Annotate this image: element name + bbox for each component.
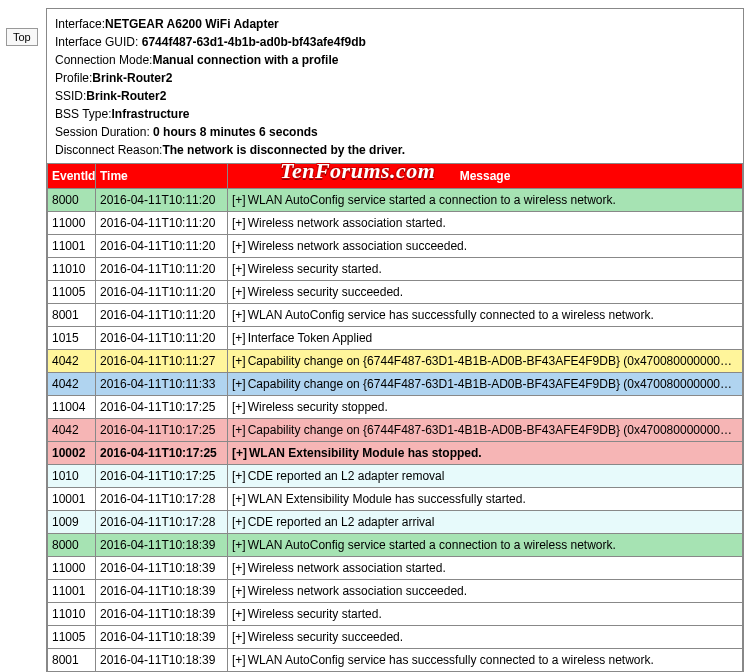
expand-icon[interactable]: [+] <box>232 285 246 299</box>
table-row[interactable]: 80012016-04-11T10:18:39[+]WLAN AutoConfi… <box>48 649 743 672</box>
event-message-text: Wireless security succeeded. <box>248 285 403 299</box>
profile-value: Brink-Router2 <box>92 71 172 85</box>
disconnect-reason-label: Disconnect Reason: <box>55 143 162 157</box>
expand-icon[interactable]: [+] <box>232 354 246 368</box>
table-row[interactable]: 80002016-04-11T10:18:39[+]WLAN AutoConfi… <box>48 534 743 557</box>
col-eventid[interactable]: EventId <box>48 164 96 189</box>
expand-icon[interactable]: [+] <box>232 308 246 322</box>
event-message-text: WLAN AutoConfig service has successfully… <box>248 308 654 322</box>
event-time: 2016-04-11T10:17:25 <box>96 442 228 465</box>
event-message: [+]Wireless security started. <box>228 258 743 281</box>
expand-icon[interactable]: [+] <box>232 607 246 621</box>
table-row[interactable]: 40422016-04-11T10:11:27[+]Capability cha… <box>48 350 743 373</box>
expand-icon[interactable]: [+] <box>232 630 246 644</box>
col-message[interactable]: Message <box>228 164 743 189</box>
event-time: 2016-04-11T10:18:39 <box>96 626 228 649</box>
info-block: Interface:NETGEAR A6200 WiFi Adapter Int… <box>47 9 743 163</box>
log-panel: Interface:NETGEAR A6200 WiFi Adapter Int… <box>46 8 744 672</box>
event-message: [+]Wireless security succeeded. <box>228 281 743 304</box>
connection-mode-label: Connection Mode: <box>55 53 152 67</box>
event-message: [+]Capability change on {6744F487-63D1-4… <box>228 419 743 442</box>
expand-icon[interactable]: [+] <box>232 446 247 460</box>
event-id: 11004 <box>48 396 96 419</box>
table-row[interactable]: 110052016-04-11T10:11:20[+]Wireless secu… <box>48 281 743 304</box>
event-message-text: Interface Token Applied <box>248 331 373 345</box>
table-row[interactable]: 100022016-04-11T10:17:25[+]WLAN Extensib… <box>48 442 743 465</box>
expand-icon[interactable]: [+] <box>232 377 246 391</box>
table-row[interactable]: 10092016-04-11T10:17:28[+]CDE reported a… <box>48 511 743 534</box>
event-id: 11010 <box>48 603 96 626</box>
expand-icon[interactable]: [+] <box>232 331 246 345</box>
event-message: [+]Wireless security stopped. <box>228 396 743 419</box>
event-time: 2016-04-11T10:18:39 <box>96 580 228 603</box>
event-id: 4042 <box>48 350 96 373</box>
disconnect-reason-value: The network is disconnected by the drive… <box>162 143 405 157</box>
connection-mode-value: Manual connection with a profile <box>152 53 338 67</box>
event-message-text: Capability change on {6744F487-63D1-4B1B… <box>248 423 743 437</box>
event-time: 2016-04-11T10:11:20 <box>96 189 228 212</box>
expand-icon[interactable]: [+] <box>232 262 246 276</box>
table-row[interactable]: 110012016-04-11T10:11:20[+]Wireless netw… <box>48 235 743 258</box>
event-id: 8001 <box>48 304 96 327</box>
event-message-text: CDE reported an L2 adapter removal <box>248 469 445 483</box>
event-id: 8000 <box>48 189 96 212</box>
event-time: 2016-04-11T10:18:39 <box>96 534 228 557</box>
table-row[interactable]: 10102016-04-11T10:17:25[+]CDE reported a… <box>48 465 743 488</box>
expand-icon[interactable]: [+] <box>232 216 246 230</box>
event-message-text: Wireless network association succeeded. <box>248 584 467 598</box>
event-id: 10002 <box>48 442 96 465</box>
event-id: 1009 <box>48 511 96 534</box>
event-message-text: Capability change on {6744F487-63D1-4B1B… <box>248 377 743 391</box>
event-time: 2016-04-11T10:11:27 <box>96 350 228 373</box>
table-row[interactable]: 110102016-04-11T10:18:39[+]Wireless secu… <box>48 603 743 626</box>
event-time: 2016-04-11T10:17:28 <box>96 511 228 534</box>
expand-icon[interactable]: [+] <box>232 515 246 529</box>
session-duration-value: 0 hours 8 minutes 6 seconds <box>153 125 318 139</box>
expand-icon[interactable]: [+] <box>232 400 246 414</box>
table-row[interactable]: 80012016-04-11T10:11:20[+]WLAN AutoConfi… <box>48 304 743 327</box>
guid-value: 6744f487-63d1-4b1b-ad0b-bf43afe4f9db <box>142 35 366 49</box>
event-id: 11010 <box>48 258 96 281</box>
table-row[interactable]: 40422016-04-11T10:11:33[+]Capability cha… <box>48 373 743 396</box>
event-message-text: Wireless security stopped. <box>248 400 388 414</box>
table-row[interactable]: 110002016-04-11T10:18:39[+]Wireless netw… <box>48 557 743 580</box>
expand-icon[interactable]: [+] <box>232 492 246 506</box>
event-message-text: Wireless network association started. <box>248 561 446 575</box>
event-message: [+]Capability change on {6744F487-63D1-4… <box>228 373 743 396</box>
col-time[interactable]: Time <box>96 164 228 189</box>
expand-icon[interactable]: [+] <box>232 561 246 575</box>
ssid-label: SSID: <box>55 89 86 103</box>
event-message: [+]Interface Token Applied <box>228 327 743 350</box>
table-row[interactable]: 110102016-04-11T10:11:20[+]Wireless secu… <box>48 258 743 281</box>
event-id: 11005 <box>48 281 96 304</box>
expand-icon[interactable]: [+] <box>232 538 246 552</box>
expand-icon[interactable]: [+] <box>232 584 246 598</box>
table-row[interactable]: 110052016-04-11T10:18:39[+]Wireless secu… <box>48 626 743 649</box>
expand-icon[interactable]: [+] <box>232 193 246 207</box>
table-row[interactable]: 110012016-04-11T10:18:39[+]Wireless netw… <box>48 580 743 603</box>
event-id: 11001 <box>48 235 96 258</box>
table-row[interactable]: 100012016-04-11T10:17:28[+]WLAN Extensib… <box>48 488 743 511</box>
event-time: 2016-04-11T10:17:25 <box>96 396 228 419</box>
event-message: [+]WLAN Extensibility Module has success… <box>228 488 743 511</box>
table-row[interactable]: 110002016-04-11T10:11:20[+]Wireless netw… <box>48 212 743 235</box>
table-row[interactable]: 10152016-04-11T10:11:20[+]Interface Toke… <box>48 327 743 350</box>
expand-icon[interactable]: [+] <box>232 239 246 253</box>
events-table: EventId Time Message 80002016-04-11T10:1… <box>47 163 743 672</box>
event-message: [+]Wireless network association succeede… <box>228 235 743 258</box>
event-time: 2016-04-11T10:11:20 <box>96 258 228 281</box>
table-row[interactable]: 40422016-04-11T10:17:25[+]Capability cha… <box>48 419 743 442</box>
top-button[interactable]: Top <box>6 28 38 46</box>
event-message: [+]CDE reported an L2 adapter arrival <box>228 511 743 534</box>
expand-icon[interactable]: [+] <box>232 653 246 667</box>
ssid-value: Brink-Router2 <box>86 89 166 103</box>
event-message: [+]Wireless network association succeede… <box>228 580 743 603</box>
expand-icon[interactable]: [+] <box>232 469 246 483</box>
expand-icon[interactable]: [+] <box>232 423 246 437</box>
event-message-text: WLAN Extensibility Module has stopped. <box>249 446 482 460</box>
table-row[interactable]: 80002016-04-11T10:11:20[+]WLAN AutoConfi… <box>48 189 743 212</box>
table-row[interactable]: 110042016-04-11T10:17:25[+]Wireless secu… <box>48 396 743 419</box>
event-message: [+]WLAN AutoConfig service has successfu… <box>228 649 743 672</box>
interface-label: Interface: <box>55 17 105 31</box>
bss-type-label: BSS Type: <box>55 107 111 121</box>
